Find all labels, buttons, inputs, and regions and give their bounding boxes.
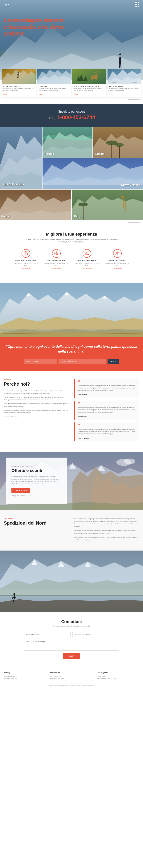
destination-kenya[interactable]: Kenya bbox=[72, 190, 143, 220]
destination-alpi[interactable]: Alpi Dolomitiche bbox=[0, 127, 42, 189]
expert-at: at 📞 1-800-453-6744 bbox=[4, 114, 139, 120]
feature-tour-title: TOUR DEI VIAGGIATORI bbox=[12, 259, 39, 261]
perche-text4: Vestibulum ante ipsum primis in faucibus… bbox=[4, 409, 69, 414]
offerte-attribution: Immagini di Freepik bbox=[11, 495, 61, 497]
footer: Sidney Via Portofino 10,Portnouth NSW 20… bbox=[0, 666, 143, 691]
feature-hotel-title: HOTEL DI LUSSO bbox=[104, 259, 131, 261]
perche-attribution: Immagini di Freepik bbox=[4, 416, 69, 418]
offerte-button[interactable]: LEGGI DI PIÙ bbox=[11, 488, 30, 493]
offerte-content: IMMAGINI DI FREEPIK Offerte e sconti Il … bbox=[6, 458, 67, 504]
svg-rect-50 bbox=[123, 197, 124, 208]
feature-hotel: HOTEL DI LUSSO Sample text. Click to sel… bbox=[104, 249, 131, 270]
testimonial-3: " Fusce sed lorem ornare, consequat lore… bbox=[74, 423, 139, 441]
destination-etiopia[interactable]: Etiopia bbox=[93, 127, 143, 158]
figure-leg-left bbox=[119, 64, 120, 68]
testimonial-2-text: Fusce sed lorem ornare, consequat lorem … bbox=[78, 406, 136, 413]
svg-point-51 bbox=[121, 196, 124, 198]
newsletter-name-input[interactable] bbox=[24, 359, 57, 364]
quote-text: Ogni momento e ogni evento della vita di… bbox=[6, 344, 137, 354]
contact-name-input[interactable] bbox=[24, 632, 71, 637]
testimonial-1-text: Fusce sed lorem ornare, consequat lorem … bbox=[78, 385, 136, 392]
contact-email-input[interactable] bbox=[72, 632, 119, 637]
expert-phone[interactable]: 1-800-453-6744 bbox=[57, 114, 95, 120]
destinations-attribution: Immagini di Freepik bbox=[0, 221, 143, 224]
newsletter-submit-button[interactable]: INVIA bbox=[108, 359, 119, 364]
destination-nepal[interactable]: Nepal bbox=[0, 190, 71, 220]
card-trekking-link[interactable]: DI PIÙ bbox=[39, 94, 43, 95]
figure-head bbox=[119, 54, 121, 55]
perche-section: Perché noi? I nostri clienti ci scelgono… bbox=[0, 371, 143, 452]
svg-line-52 bbox=[122, 194, 122, 196]
feature-tour-text: Sample text. Click to select the text bo… bbox=[12, 262, 39, 267]
feature-hotel-link[interactable]: Click to select bbox=[112, 268, 122, 270]
feature-avventura-text: Sample text. Click to select the text bo… bbox=[73, 262, 100, 267]
figure-leg-right bbox=[120, 64, 121, 68]
migliora-section: Migliora la tua esperienza Duis aute iru… bbox=[0, 224, 143, 283]
chi-text2: Lorem ipsum dolor sit amet, consectetur … bbox=[74, 529, 139, 534]
footer-city-sidney: Sidney bbox=[4, 672, 46, 674]
feature-avventura-link[interactable]: Click to select bbox=[82, 268, 91, 270]
offerte-title: Offerte e sconti bbox=[11, 468, 61, 473]
card-trekking-image bbox=[37, 69, 71, 84]
chi-section: CHI SIAMO Spedizioni del Nord Un ex molt… bbox=[0, 510, 143, 551]
chi-text1: Un ex molte scevre senpe, quo insivod ex… bbox=[74, 518, 139, 528]
card-trekking[interactable]: TREKKING Excepteur sint occaecat cupidat… bbox=[37, 69, 71, 97]
contact-message-textarea[interactable] bbox=[24, 639, 119, 651]
migliora-title: Migliora la tua esperienza bbox=[4, 232, 139, 237]
svg-point-90 bbox=[13, 593, 15, 595]
hero-title: Le montagne stanno chiamando e io devo a… bbox=[4, 17, 65, 37]
dest-nepal-label: Nepal bbox=[2, 215, 9, 218]
card-istruttore-body: ISTRUTTORE DI ARRAMPICATA Excepteur sint… bbox=[72, 84, 106, 97]
footer-address-melbourne: Via Portofino 11,Melbourne VIC 3000 bbox=[50, 675, 93, 680]
quote-mark-3: " bbox=[78, 424, 136, 427]
feature-avventura-title: VACANZE AVVENTURA bbox=[73, 259, 100, 261]
hero-content: Le montagne stanno chiamando e io devo a… bbox=[0, 9, 143, 37]
landscape-image bbox=[0, 551, 143, 612]
card-mountain-category: MOUNTAIN BIKES bbox=[109, 86, 140, 87]
chi-tag: CHI SIAMO bbox=[4, 518, 69, 520]
footer-col-losangeles: Los Angeles Via Portofino 11,Los Angeles… bbox=[97, 672, 139, 680]
contact-form: INVIA bbox=[24, 632, 119, 659]
footer-city-losangeles: Los Angeles bbox=[97, 672, 139, 674]
card-trekking-text: Excepteur sint occaecat cupidatat non pr… bbox=[39, 88, 69, 91]
destination-nuovaz[interactable]: Nuova Zelanda bbox=[42, 158, 143, 189]
perche-text1: I nostri clienti ci scelgono perché forn… bbox=[4, 390, 69, 395]
perche-text3: Proin gravida dolor sit amet lacus accum… bbox=[4, 403, 69, 408]
card-mountain-link[interactable]: DI PIÙ bbox=[109, 94, 113, 95]
testimonial-2: " Fusce sed lorem ornare, consequat lore… bbox=[74, 401, 139, 420]
newsletter-email-input[interactable] bbox=[59, 359, 106, 364]
feature-mondo: ESPLORA IL MONDO Sample text. Click to s… bbox=[43, 249, 70, 270]
card-attivita-body: ATTIVITÀ SPORTIVE Excepteur sint occaeca… bbox=[2, 84, 36, 97]
contact-submit-button[interactable]: INVIA bbox=[63, 653, 80, 659]
svg-point-10 bbox=[95, 75, 98, 77]
svg-rect-8 bbox=[72, 69, 106, 84]
chi-text3: Proin gravida dolor sit amet lacus accum… bbox=[74, 536, 139, 541]
feature-mondo-link[interactable]: Click to select bbox=[51, 268, 61, 270]
card-mountain-image bbox=[108, 69, 141, 84]
footer-col-sidney: Sidney Via Portofino 10,Portnouth NSW 20… bbox=[4, 672, 46, 680]
card-attivita-link[interactable]: DI PIÙ bbox=[3, 94, 7, 95]
contact-section: Contattaci Domande o osservazioni? Scriv… bbox=[0, 612, 143, 666]
feature-mondo-title: ESPLORA IL MONDO bbox=[43, 259, 70, 261]
footer-address-losangeles: Via Portofino 11,Los Angeles CA 90025, U… bbox=[97, 675, 139, 680]
card-mountain[interactable]: MOUNTAIN BIKES Excepteur sint occaecat c… bbox=[108, 69, 141, 97]
footer-city-melbourne: Melbourne bbox=[50, 672, 93, 674]
figure-legs bbox=[116, 64, 124, 68]
card-istruttore-text: Excepteur sint occaecat cupidatat non pr… bbox=[74, 88, 105, 91]
nav-menu-icon[interactable] bbox=[135, 2, 139, 7]
footer-address-sidney: Via Portofino 10,Portnouth NSW 2022 bbox=[4, 675, 46, 680]
card-istruttore[interactable]: ISTRUTTORE DI ARRAMPICATA Excepteur sint… bbox=[72, 69, 106, 97]
activity-cards-row: ATTIVITÀ SPORTIVE Excepteur sint occaeca… bbox=[2, 69, 141, 97]
nav-logo: logo bbox=[4, 3, 9, 6]
chi-left: CHI SIAMO Spedizioni del Nord bbox=[4, 518, 69, 543]
perche-right: " Fusce sed lorem ornare, consequat lore… bbox=[74, 379, 139, 444]
destination-islanda[interactable]: Islanda bbox=[42, 127, 93, 158]
dest-islanda-label: Islanda bbox=[45, 152, 54, 155]
card-attivita[interactable]: ATTIVITÀ SPORTIVE Excepteur sint occaeca… bbox=[2, 69, 36, 97]
perche-red-line bbox=[4, 379, 11, 379]
feature-tour-link[interactable]: Click to select bbox=[21, 268, 30, 270]
svg-rect-61 bbox=[117, 253, 118, 254]
perche-left: Perché noi? I nostri clienti ci scelgono… bbox=[4, 379, 69, 444]
card-istruttore-link[interactable]: DI PIÙ bbox=[74, 94, 78, 95]
dest-etiopia-label: Etiopia bbox=[95, 152, 104, 155]
